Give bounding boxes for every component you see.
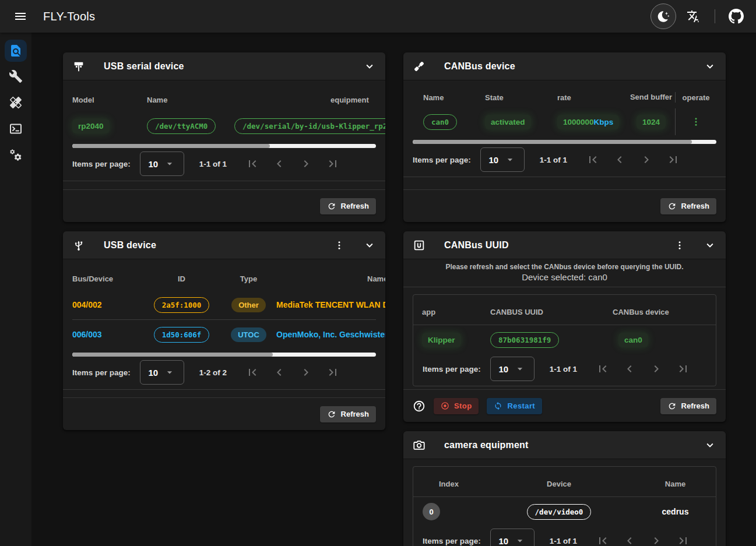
- topbar-divider: [715, 9, 715, 23]
- restart-button[interactable]: Restart: [487, 398, 542, 414]
- video-device-pill: /dev/video0: [527, 504, 592, 520]
- items-per-page-label: Items per page:: [72, 368, 131, 377]
- can-state: activated: [485, 115, 531, 129]
- sidebar-item-terminal[interactable]: [4, 117, 27, 140]
- column-header: rate: [551, 93, 627, 102]
- row-kebab-menu-icon[interactable]: [688, 114, 704, 129]
- column-header: Name: [276, 274, 385, 283]
- usb-id-pill: 2a5f:1000: [154, 297, 210, 313]
- usb-device-paginator: Items per page: 10 1-2 of 2: [63, 358, 385, 390]
- chevron-down-icon[interactable]: [362, 59, 377, 74]
- kebab-menu-icon[interactable]: [672, 238, 687, 253]
- last-page-icon[interactable]: [666, 153, 680, 167]
- per-page-select[interactable]: 10: [140, 152, 184, 176]
- prev-page-icon[interactable]: [272, 157, 286, 171]
- first-page-icon[interactable]: [596, 362, 610, 376]
- per-page-select[interactable]: 10: [490, 529, 535, 546]
- uuid-card-footer: Stop Restart Refresh: [403, 389, 726, 422]
- menu-icon[interactable]: [8, 4, 33, 29]
- refresh-button[interactable]: Refresh: [320, 198, 376, 214]
- next-page-icon[interactable]: [639, 153, 653, 167]
- prev-page-icon[interactable]: [623, 362, 637, 376]
- can-name-pill: can0: [423, 114, 457, 130]
- kebab-menu-icon[interactable]: [332, 238, 347, 253]
- per-page-select[interactable]: 10: [480, 147, 525, 172]
- column-header: Device: [547, 480, 571, 488]
- canbus-table-header: Name State rate Send buffer operate: [403, 80, 726, 107]
- next-page-icon[interactable]: [649, 534, 663, 546]
- column-header: Name: [665, 480, 685, 488]
- find-in-page-icon: [9, 44, 23, 58]
- first-page-icon[interactable]: [245, 157, 259, 171]
- card-title: USB device: [104, 240, 156, 251]
- prev-page-icon[interactable]: [613, 153, 627, 167]
- scrollbar-thumb[interactable]: [413, 140, 692, 144]
- horizontal-scrollbar[interactable]: [72, 353, 376, 357]
- app-bar: FLY-Tools: [0, 0, 756, 33]
- dropdown-arrow-icon: [514, 363, 526, 375]
- sidebar-item-settings[interactable]: [4, 143, 27, 167]
- chevron-down-icon[interactable]: [702, 438, 718, 453]
- chevron-down-icon[interactable]: [702, 59, 718, 74]
- canbus-device-card-header: CANBus device: [403, 52, 726, 80]
- sidebar-item-tools[interactable]: [4, 65, 27, 88]
- next-page-icon[interactable]: [299, 365, 313, 379]
- column-header: Name: [413, 93, 476, 102]
- uuid-pill: 87b0631981f9: [490, 332, 559, 348]
- prev-page-icon[interactable]: [623, 534, 637, 546]
- column-header: State: [476, 93, 551, 102]
- can-rate: 1000000Kbps: [557, 115, 619, 129]
- chevron-down-icon[interactable]: [362, 238, 377, 253]
- first-page-icon[interactable]: [596, 534, 610, 546]
- next-page-icon[interactable]: [299, 157, 313, 171]
- refresh-button[interactable]: Refresh: [660, 398, 716, 414]
- sidebar-item-device-detect[interactable]: [5, 40, 27, 62]
- refresh-button[interactable]: Refresh: [660, 198, 716, 214]
- range-label: 1-1 of 1: [550, 365, 577, 374]
- last-page-icon[interactable]: [676, 534, 690, 546]
- items-per-page-label: Items per page:: [72, 160, 131, 168]
- card-canbus-uuid: CANBus UUID Please refresh and select th…: [403, 231, 726, 422]
- card-title: CANBus UUID: [444, 240, 509, 251]
- chevron-down-icon[interactable]: [702, 238, 718, 253]
- horizontal-scrollbar[interactable]: [72, 144, 376, 148]
- last-page-icon[interactable]: [326, 365, 340, 379]
- first-page-icon[interactable]: [586, 153, 600, 167]
- help-icon[interactable]: [413, 400, 426, 413]
- moon-stars-icon: [656, 9, 670, 23]
- last-page-icon[interactable]: [676, 362, 690, 376]
- send-buffer-value: 1024: [637, 115, 666, 129]
- usb-serial-table-header: Model Name equipment: [63, 80, 385, 111]
- range-label: 1-1 of 1: [199, 160, 227, 168]
- uuid-table-header: app CANBUS UUID CANBus device: [413, 295, 716, 325]
- per-page-select[interactable]: 10: [490, 357, 535, 381]
- canbus-card-footer: Refresh: [403, 189, 726, 222]
- usb-serial-card-footer: Refresh: [63, 189, 385, 222]
- stop-button[interactable]: Stop: [434, 398, 479, 414]
- card-camera-equipment: camera equipment Index Device Name 0 /de…: [403, 431, 726, 546]
- horizontal-scrollbar[interactable]: [413, 140, 716, 144]
- prev-page-icon[interactable]: [272, 365, 286, 379]
- column-header: Model: [72, 96, 147, 104]
- divider: [403, 287, 726, 287]
- table-row: rp2040 /dev/ttyACM0 /dev/serial/by-id/us…: [63, 111, 385, 140]
- refresh-button[interactable]: Refresh: [320, 406, 376, 422]
- equipment-path-pill: /dev/serial/by-id/usb-Klipper_rp2040: [234, 118, 385, 134]
- camera-index-badge: 0: [423, 503, 440, 520]
- camera-table: Index Device Name 0 /dev/video0 cedrus I…: [413, 466, 716, 546]
- table-row: 004/002 2a5f:1000 Other MediaTek TENCENT…: [63, 290, 385, 319]
- translate-icon[interactable]: [682, 5, 705, 28]
- dropdown-arrow-icon: [514, 535, 526, 546]
- last-page-icon[interactable]: [326, 157, 340, 171]
- dark-mode-toggle-button[interactable]: [650, 3, 676, 29]
- bus-value: 004/002: [72, 300, 142, 309]
- scrollbar-thumb[interactable]: [72, 353, 273, 357]
- next-page-icon[interactable]: [649, 362, 663, 376]
- per-page-select[interactable]: 10: [140, 360, 184, 385]
- type-badge: Other: [231, 298, 266, 312]
- scrollbar-thumb[interactable]: [72, 144, 270, 148]
- github-icon[interactable]: [725, 5, 748, 28]
- camera-table-header: Index Device Name: [413, 467, 716, 496]
- first-page-icon[interactable]: [245, 365, 259, 379]
- sidebar-item-repair[interactable]: [4, 91, 27, 114]
